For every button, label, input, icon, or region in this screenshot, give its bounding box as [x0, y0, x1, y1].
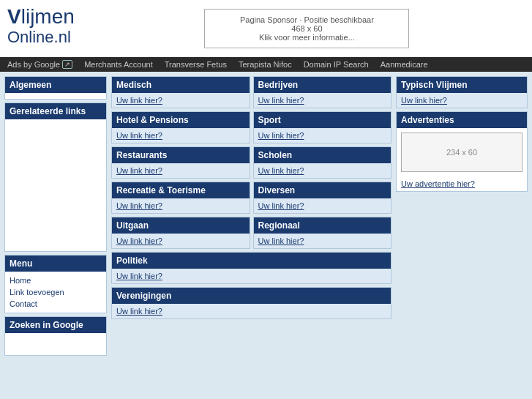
cat-restaurants-link-a[interactable]: Uw link hier?: [116, 166, 162, 175]
sponsor-box[interactable]: Pagina Sponsor · Positie beschikbaar 468…: [204, 9, 409, 48]
sidebar-gerelateerde: Gerelateerde links: [4, 102, 107, 252]
cat-recreatie-link-a[interactable]: Uw link hier?: [116, 201, 162, 210]
cat-medisch-link-a[interactable]: Uw link hier?: [116, 96, 162, 105]
sponsor-line2: 468 x 60: [220, 24, 394, 33]
cat-medisch: Medisch Uw link hier?: [111, 76, 250, 108]
sidebar-search-header: Zoeken in Google: [5, 317, 106, 333]
cat-medisch-header: Medisch: [112, 77, 250, 93]
cat-regionaal-link-a[interactable]: Uw link hier?: [258, 236, 304, 245]
logo-rest: lijmen: [21, 5, 75, 28]
cat-hotel-header: Hotel & Pensions: [112, 112, 250, 128]
logo-v: V: [7, 5, 21, 28]
cat-politiek-header: Politiek: [112, 253, 391, 269]
ads-by-google: Ads by Google ↗: [7, 60, 72, 69]
header: Vlijmen Online.nl Pagina Sponsor · Posit…: [0, 0, 532, 57]
cat-regionaal-header: Regionaal: [254, 217, 391, 234]
external-icon: ↗: [62, 60, 72, 69]
sidebar-search-content: [5, 333, 106, 355]
cat-uitgaan-link-a[interactable]: Uw link hier?: [116, 236, 162, 245]
cat-diversen: Diversen Uw link hier?: [253, 182, 392, 214]
cat-restaurants-header: Restaurants: [112, 147, 250, 163]
right-typisch: Typisch Vlijmen Uw link hier?: [396, 76, 528, 108]
content-row-6: Verenigingen Uw link hier?: [111, 287, 391, 319]
menu-home[interactable]: Home: [10, 275, 102, 286]
ad-bar: Ads by Google ↗ Merchants Account Transv…: [0, 57, 532, 72]
cat-regionaal-link: Uw link hier?: [254, 234, 391, 248]
right-typisch-header: Typisch Vlijmen: [397, 77, 527, 93]
cat-scholen-link-a[interactable]: Uw link hier?: [258, 166, 304, 175]
content: Medisch Uw link hier? Bedrijven Uw link …: [111, 76, 391, 356]
cat-scholen-link: Uw link hier?: [254, 163, 391, 178]
content-row-1: Hotel & Pensions Uw link hier? Sport Uw …: [111, 111, 391, 143]
adbar-link-2[interactable]: Terapista Nifoc: [239, 60, 292, 69]
cat-sport-link-a[interactable]: Uw link hier?: [258, 131, 304, 140]
cat-verenigingen-link-a[interactable]: Uw link hier?: [116, 307, 162, 316]
cat-regionaal: Regionaal Uw link hier?: [253, 217, 392, 249]
sidebar-menu-header: Menu: [5, 256, 106, 272]
cat-hotel-link-a[interactable]: Uw link hier?: [116, 131, 162, 140]
cat-restaurants-link: Uw link hier?: [112, 163, 250, 178]
sidebar-algemeen: Algemeen: [4, 76, 107, 100]
cat-bedrijven: Bedrijven Uw link hier?: [253, 76, 392, 108]
sidebar-algemeen-content: [5, 93, 106, 99]
cat-politiek-link-a[interactable]: Uw link hier?: [116, 272, 162, 280]
sidebar-gerelateerde-content: [5, 119, 106, 251]
right-ad-link[interactable]: Uw advertentie hier?: [397, 176, 527, 191]
cat-uitgaan-header: Uitgaan: [112, 217, 250, 234]
content-row-3: Recreatie & Toerisme Uw link hier? Diver…: [111, 182, 391, 214]
cat-recreatie-link: Uw link hier?: [112, 198, 250, 213]
adbar-link-1[interactable]: Transverse Fetus: [165, 60, 227, 69]
ads-label: Ads by Google: [7, 60, 60, 69]
right-typisch-content: Uw link hier?: [397, 93, 527, 108]
right-advertenties: Advertenties 234 x 60 Uw advertentie hie…: [396, 111, 528, 192]
cat-hotel: Hotel & Pensions Uw link hier?: [111, 111, 250, 143]
cat-politiek-link: Uw link hier?: [112, 269, 391, 283]
content-row-2: Restaurants Uw link hier? Scholen Uw lin…: [111, 146, 391, 179]
cat-recreatie: Recreatie & Toerisme Uw link hier?: [111, 182, 250, 214]
main: Algemeen Gerelateerde links Menu Home Li…: [0, 72, 532, 360]
sidebar-gerelateerde-header: Gerelateerde links: [5, 103, 106, 119]
sidebar-menu-content: Home Link toevoegen Contact: [5, 272, 106, 313]
cat-recreatie-header: Recreatie & Toerisme: [112, 182, 250, 198]
sponsor-line1: Pagina Sponsor · Positie beschikbaar: [220, 15, 394, 24]
sidebar: Algemeen Gerelateerde links Menu Home Li…: [4, 76, 107, 356]
logo-line2: Online.nl: [7, 29, 75, 46]
cat-sport-link: Uw link hier?: [254, 128, 391, 143]
cat-verenigingen: Verenigingen Uw link hier?: [111, 287, 391, 319]
right-advertenties-header: Advertenties: [397, 112, 527, 128]
adbar-link-0[interactable]: Merchants Account: [84, 60, 153, 69]
cat-sport-header: Sport: [254, 112, 391, 128]
logo: Vlijmen Online.nl: [7, 6, 75, 46]
cat-bedrijven-link: Uw link hier?: [254, 93, 391, 108]
right-sidebar: Typisch Vlijmen Uw link hier? Advertenti…: [396, 76, 528, 356]
cat-diversen-link: Uw link hier?: [254, 198, 391, 213]
sidebar-menu: Menu Home Link toevoegen Contact: [4, 255, 107, 313]
cat-diversen-link-a[interactable]: Uw link hier?: [258, 201, 304, 210]
cat-hotel-link: Uw link hier?: [112, 128, 250, 143]
cat-uitgaan: Uitgaan Uw link hier?: [111, 217, 250, 249]
cat-politiek: Politiek Uw link hier?: [111, 252, 391, 284]
sponsor-line3: Klik voor meer informatie...: [220, 33, 394, 42]
sidebar-algemeen-header: Algemeen: [5, 77, 106, 93]
sidebar-search: Zoeken in Google: [4, 316, 107, 356]
cat-bedrijven-link-a[interactable]: Uw link hier?: [258, 96, 304, 105]
content-row-4: Uitgaan Uw link hier? Regionaal Uw link …: [111, 217, 391, 249]
content-row-5: Politiek Uw link hier?: [111, 252, 391, 284]
right-typisch-link[interactable]: Uw link hier?: [401, 96, 447, 105]
right-ad-box[interactable]: 234 x 60: [401, 133, 522, 172]
cat-verenigingen-link: Uw link hier?: [112, 304, 391, 318]
cat-scholen-header: Scholen: [254, 147, 391, 163]
logo-line1: Vlijmen: [7, 6, 75, 29]
right-ad-size: 234 x 60: [446, 148, 477, 157]
cat-medisch-link: Uw link hier?: [112, 93, 250, 108]
cat-verenigingen-header: Verenigingen: [112, 288, 391, 304]
menu-contact[interactable]: Contact: [10, 298, 102, 310]
cat-bedrijven-header: Bedrijven: [254, 77, 391, 93]
cat-diversen-header: Diversen: [254, 182, 391, 198]
cat-restaurants: Restaurants Uw link hier?: [111, 146, 250, 179]
adbar-link-4[interactable]: Aanmedicare: [381, 60, 428, 69]
menu-link-toevoegen[interactable]: Link toevoegen: [10, 286, 102, 298]
content-row-0: Medisch Uw link hier? Bedrijven Uw link …: [111, 76, 391, 108]
adbar-link-3[interactable]: Domain IP Search: [304, 60, 369, 69]
cat-scholen: Scholen Uw link hier?: [253, 146, 392, 179]
